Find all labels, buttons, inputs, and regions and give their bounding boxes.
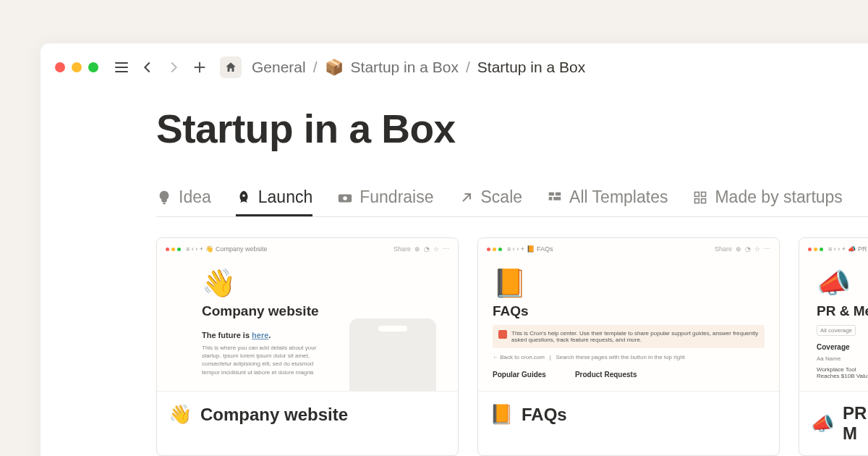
megaphone-icon: 📣: [817, 267, 868, 299]
svg-point-1: [343, 196, 347, 200]
package-icon: 📦: [325, 59, 344, 76]
card-preview: ≡ ‹ › + 👋 Company website Share⊕◔☆⋯ 👋 Co…: [157, 238, 458, 392]
page-content: Startup in a Box Idea Launch Fundraise: [41, 84, 868, 456]
svg-rect-5: [553, 197, 561, 200]
card-title-row: 📙 FAQs: [478, 392, 779, 437]
template-card[interactable]: ≡ ‹ › + 📣 PR & M 📣 PR & Me All coverage …: [799, 237, 868, 456]
svg-rect-2: [549, 192, 554, 195]
lightbulb-icon: [156, 190, 172, 206]
bricks-icon: [547, 190, 563, 206]
book-icon: 📙: [490, 403, 513, 426]
close-window-button[interactable]: [55, 62, 65, 72]
megaphone-icon: 📣: [811, 413, 834, 435]
minimize-window-button[interactable]: [72, 62, 82, 72]
breadcrumb-separator: /: [466, 59, 470, 76]
svg-rect-3: [556, 192, 561, 195]
tab-launch[interactable]: Launch: [236, 187, 312, 216]
phone-mockup: [349, 318, 436, 392]
home-button[interactable]: [220, 56, 242, 78]
preview-meta: ← Back to cron.com | Search these pages …: [493, 354, 765, 360]
nav-back-button[interactable]: [137, 57, 158, 77]
money-icon: [337, 190, 353, 206]
tab-label: Idea: [179, 187, 211, 207]
rocket-icon: [236, 190, 252, 206]
new-page-button[interactable]: [190, 57, 210, 77]
template-card[interactable]: ≡ ‹ › + 👋 Company website Share⊕◔☆⋯ 👋 Co…: [156, 237, 459, 456]
preview-titlebar: ≡ ‹ › + 📙 FAQs Share⊕◔☆⋯: [487, 245, 770, 253]
callout-block: This is Cron's help center. Use their te…: [493, 325, 765, 348]
column-heading: Product Requests: [575, 371, 637, 379]
tab-fundraise[interactable]: Fundraise: [337, 187, 433, 216]
tab-label: Made by startups: [715, 187, 842, 207]
breadcrumb-root[interactable]: General: [252, 59, 306, 76]
wave-icon: 👋: [202, 267, 413, 299]
tab-label: Scale: [481, 187, 523, 207]
svg-rect-7: [702, 192, 706, 196]
card-title-row: 👋 Company website: [157, 392, 458, 437]
book-icon: 📙: [493, 267, 765, 299]
titlebar: General / 📦 Startup in a Box / Startup i…: [41, 43, 868, 84]
tab-label: Fundraise: [359, 187, 433, 207]
card-title-row: 📣 PR & M: [799, 392, 868, 455]
preview-titlebar: ≡ ‹ › + 📣 PR & M: [808, 245, 868, 253]
breadcrumb-separator: /: [313, 59, 318, 76]
arrow-up-right-icon: [459, 190, 475, 206]
template-cards: ≡ ‹ › + 👋 Company website Share⊕◔☆⋯ 👋 Co…: [156, 237, 868, 456]
template-card[interactable]: ≡ ‹ › + 📙 FAQs Share⊕◔☆⋯ 📙 FAQs This is …: [477, 237, 780, 456]
tab-label: Launch: [258, 187, 312, 207]
cron-logo-icon: [498, 330, 507, 339]
tab-scale[interactable]: Scale: [459, 187, 523, 216]
column-heading: Popular Guides: [493, 371, 546, 379]
preview-heading: FAQs: [493, 303, 765, 319]
preview-titlebar: ≡ ‹ › + 👋 Company website Share⊕◔☆⋯: [166, 245, 449, 253]
card-title: PR & M: [843, 403, 868, 444]
maximize-window-button[interactable]: [88, 62, 98, 72]
grid-icon: [692, 190, 708, 206]
sidebar-toggle-button[interactable]: [111, 57, 132, 77]
page-title: Startup in a Box: [156, 106, 868, 152]
wave-icon: 👋: [169, 403, 192, 426]
tab-label: All Templates: [569, 187, 668, 207]
preview-description: This is where you can add details about …: [202, 344, 332, 376]
svg-rect-8: [695, 198, 699, 203]
preview-heading: Company website: [202, 303, 413, 319]
breadcrumb-parent[interactable]: Startup in a Box: [351, 59, 459, 76]
svg-rect-4: [549, 197, 553, 200]
app-window: General / 📦 Startup in a Box / Startup i…: [41, 43, 868, 456]
window-controls: [55, 62, 98, 72]
nav-forward-button[interactable]: [163, 57, 184, 77]
tab-idea[interactable]: Idea: [156, 187, 211, 216]
svg-rect-9: [702, 198, 706, 203]
breadcrumb: General / 📦 Startup in a Box / Startup i…: [252, 59, 585, 76]
view-tabs: Idea Launch Fundraise Scale: [156, 187, 868, 217]
breadcrumb-current[interactable]: Startup in a Box: [477, 59, 585, 76]
card-preview: ≡ ‹ › + 📣 PR & M 📣 PR & Me All coverage …: [799, 238, 868, 392]
svg-rect-6: [695, 192, 699, 196]
card-preview: ≡ ‹ › + 📙 FAQs Share⊕◔☆⋯ 📙 FAQs This is …: [478, 238, 779, 392]
tab-all-templates[interactable]: All Templates: [547, 187, 668, 216]
card-title: FAQs: [522, 405, 567, 425]
tab-made-by-startups[interactable]: Made by startups: [692, 187, 842, 216]
preview-heading: PR & Me: [817, 303, 868, 319]
card-title: Company website: [200, 405, 348, 425]
